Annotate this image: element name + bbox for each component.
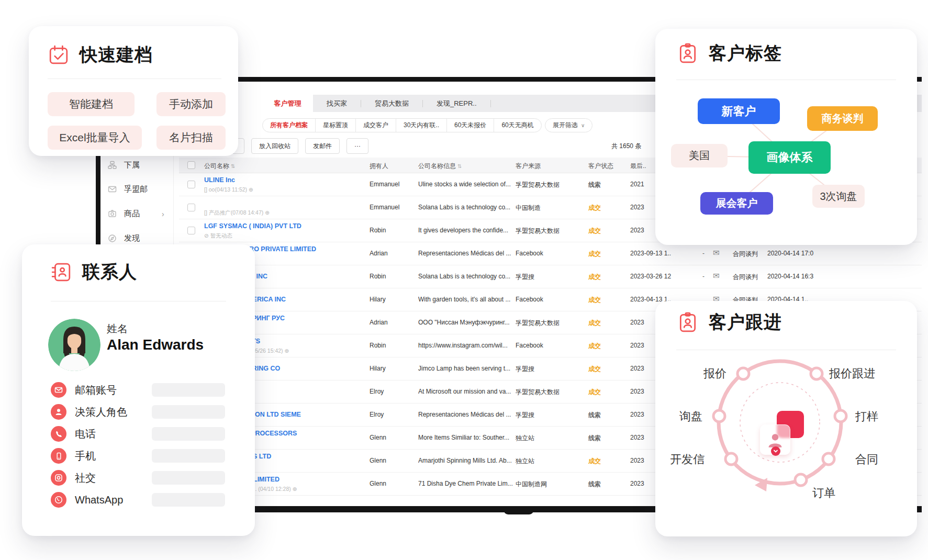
filter-chip-0[interactable]: 所有客户档案 (263, 119, 316, 132)
status-badge: 成交 (588, 365, 601, 374)
date2-cell: 2020-04-14 16:3 (767, 273, 813, 280)
row-checkbox[interactable] (187, 181, 195, 188)
tab-trade-bigdata[interactable]: 贸易大数据 (361, 99, 422, 108)
sort-icon[interactable]: ⇅ (231, 163, 235, 169)
source-cell: 孚盟贸易大数据 (516, 227, 587, 236)
status-badge: 成交 (588, 319, 601, 328)
filter-chip-2[interactable]: 成交客户 (356, 119, 396, 132)
field-value-placeholder[interactable] (152, 427, 225, 441)
card-title: 快速建档 (80, 43, 153, 67)
divider (48, 79, 221, 79)
divider (51, 301, 226, 301)
owner-cell: Elroy (370, 411, 384, 418)
tag-new-customer[interactable]: 新客户 (698, 98, 780, 124)
dash-cell: - (702, 250, 705, 257)
select-all-checkbox[interactable] (187, 161, 195, 169)
card-scan-button[interactable]: 名片扫描 (156, 126, 226, 150)
toolbar: 改放入回收站发邮件··· (222, 138, 368, 154)
company-link[interactable]: LGF SYSMAC ( INDIA) PVT LTD (204, 222, 301, 230)
source-cell: 孚盟搜 (516, 273, 587, 282)
sidebar-item-label: 下属 (124, 160, 140, 170)
expand-filter-button[interactable]: 展开筛选 ∨ (545, 118, 592, 132)
filter-chip-group: 所有客户档案星标置顶成交客户30天内有联..60天未报价60天无商机 (262, 118, 542, 132)
mail-icon[interactable]: ✉ (713, 248, 720, 257)
field-value-placeholder[interactable] (152, 383, 225, 397)
step-quote-follow: 报价跟进 (829, 366, 875, 382)
filter-chip-4[interactable]: 60天未报价 (447, 119, 494, 132)
source-cell: 独立站 (516, 434, 587, 443)
company-info-cell: Jimco Lamp has been serving t... (418, 365, 513, 372)
sidebar-item-label: 发现 (124, 233, 140, 243)
status-badge: 成交 (588, 296, 601, 305)
subordinates-icon (108, 161, 117, 170)
status-badge: 成交 (588, 273, 601, 282)
toolbar-button-2[interactable]: 发邮件 (305, 138, 340, 154)
sidebar-item-subordinates[interactable]: 下属 (108, 160, 171, 170)
sidebar-item-products[interactable]: 商品 › (108, 209, 171, 219)
owner-cell: Emmanuel (370, 181, 399, 188)
row-subtext: [] oo(04/13 11:52) ⊕ (204, 186, 253, 193)
tag-exhibition-customer[interactable]: 展会客户 (700, 192, 773, 215)
manual-add-button[interactable]: 手动添加 (156, 92, 226, 116)
toolbar-button-3[interactable]: ··· (346, 138, 368, 154)
company-info-cell: ООО "Ниссан Мэнуфэкчуринг... (418, 319, 513, 326)
page: 下属 孚盟邮 商品 › 发现 客户管理 找买家贸易大数据发现_REPR.. 所有… (0, 0, 928, 560)
tag-business-negotiation[interactable]: 商务谈判 (807, 106, 878, 131)
mail-icon[interactable]: ✉ (713, 271, 720, 281)
tab-customer-management[interactable]: 客户管理 (262, 95, 313, 112)
company-link[interactable]: ULINE Inc (204, 176, 235, 184)
source-cell: 中国制造网 (516, 480, 587, 489)
company-info-cell: 71 Disha Dye Chem Private Lim... (418, 480, 513, 487)
toolbar-button-1[interactable]: 放入回收站 (251, 138, 298, 154)
tag-usa[interactable]: 美国 (671, 144, 728, 167)
filter-chip-5[interactable]: 60天无商机 (494, 119, 541, 132)
contact-field-0: 邮箱账号 (51, 382, 117, 398)
field-value-placeholder[interactable] (152, 493, 225, 507)
owner-cell: Adrian (370, 319, 388, 326)
field-value-placeholder[interactable] (152, 471, 225, 485)
contact-field-4: 社交 (51, 469, 96, 486)
excel-import-button[interactable]: Excel批量导入 (48, 126, 142, 150)
sidebar-item-fumeng-mail[interactable]: 孚盟邮 (108, 184, 171, 194)
field-value-placeholder[interactable] (152, 405, 225, 419)
column-company-info[interactable]: 公司名称信息⇅ (418, 162, 462, 171)
row-checkbox[interactable] (187, 204, 195, 211)
field-label: WhatsApp (75, 494, 123, 506)
tag-3-inquiries[interactable]: 3次询盘 (812, 185, 865, 208)
last-follow-date-cell: 2023 (630, 411, 644, 418)
status-badge: 成交 (588, 227, 601, 236)
filter-chip-3[interactable]: 30天内有联.. (396, 119, 447, 132)
last-follow-date-cell: 2023-03-26 12 (630, 273, 671, 280)
contact-name: Alan Edwards (107, 337, 204, 353)
sidebar-item-discover[interactable]: 发现 (108, 233, 171, 243)
row-checkbox[interactable] (187, 227, 195, 234)
card-title: 联系人 (82, 260, 137, 284)
tab-discover-repr[interactable]: 发现_REPR.. (423, 99, 490, 108)
last-follow-date-cell: 2023 (630, 227, 644, 234)
tag-profile-system[interactable]: 画像体系 (748, 141, 831, 174)
table-row[interactable]: ILEAF BUILDPRO PRIVATE LIMITED (09/13 17… (179, 242, 922, 265)
column-company[interactable]: 公司名称⇅ (204, 162, 235, 171)
tab-find-buyers[interactable]: 找买家 (313, 99, 361, 108)
source-cell: 孚盟贸易大数据 (516, 319, 587, 328)
last-follow-date-cell: 2023 (630, 457, 644, 464)
source-cell: 孚盟贸易大数据 (516, 181, 587, 189)
column-status: 客户状态 (588, 162, 613, 171)
chevron-down-icon: ∨ (581, 122, 585, 128)
owner-cell: Robin (370, 227, 386, 234)
status-badge: 线索 (588, 480, 601, 489)
last-follow-date-cell: 2023 (630, 204, 644, 211)
field-value-placeholder[interactable] (152, 449, 225, 463)
filter-chip-1[interactable]: 星标置顶 (316, 119, 356, 132)
table-row[interactable]: RES @SERVICE INC Robin Solana Labs is a … (179, 265, 922, 288)
smart-create-button[interactable]: 智能建档 (48, 92, 135, 116)
last-follow-date-cell: 2023 (630, 388, 644, 395)
source-cell: Facebook (516, 342, 587, 349)
step-dev-letter: 开发信 (670, 452, 705, 467)
quick-create-card: 快速建档 智能建档手动添加Excel批量导入名片扫描 (29, 26, 238, 156)
owner-cell: Hilary (370, 365, 386, 372)
company-info-cell: Uline stocks a wide selection of... (418, 181, 513, 188)
field-label: 社交 (75, 471, 96, 485)
sort-icon[interactable]: ⇅ (457, 163, 462, 169)
social-icon (51, 470, 66, 486)
